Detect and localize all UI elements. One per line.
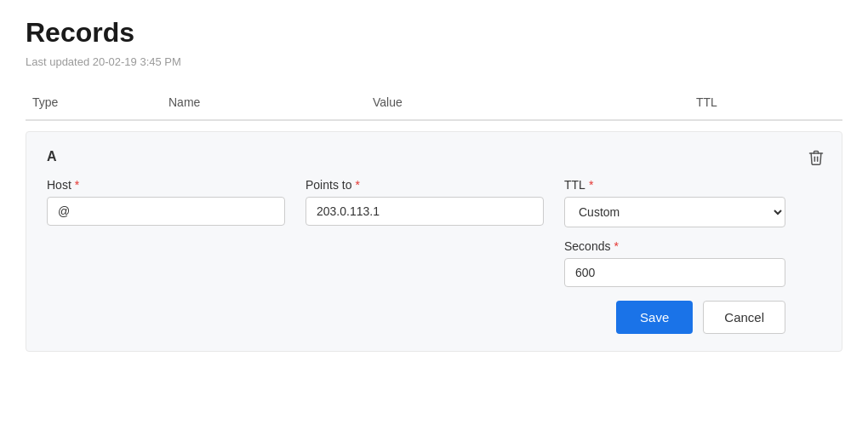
cancel-button[interactable]: Cancel — [703, 301, 785, 334]
action-row: Save Cancel — [564, 301, 785, 334]
delete-button[interactable] — [804, 146, 828, 170]
seconds-label: Seconds * — [564, 239, 785, 253]
points-to-label: Points to * — [306, 178, 544, 192]
form-row: Host * Points to * TTL * Automatic Custo… — [47, 178, 821, 334]
seconds-group: Seconds * — [564, 239, 785, 287]
host-label: Host * — [47, 178, 285, 192]
last-updated-text: Last updated 20-02-19 3:45 PM — [26, 55, 842, 68]
save-button[interactable]: Save — [616, 301, 693, 334]
host-input[interactable] — [47, 197, 285, 226]
table-header: Type Name Value TTL — [26, 85, 842, 121]
ttl-select[interactable]: Automatic Custom 1 minute 5 minutes 10 m… — [564, 197, 785, 227]
points-to-input[interactable] — [306, 197, 544, 226]
record-card: A Host * Points to * TTL * Auto — [26, 131, 842, 352]
col-value: Value — [366, 92, 689, 112]
col-ttl: TTL — [689, 92, 825, 112]
ttl-label: TTL * — [564, 178, 785, 192]
ttl-required: * — [589, 178, 593, 192]
seconds-input[interactable] — [564, 258, 785, 287]
host-required: * — [75, 178, 79, 192]
points-to-group: Points to * — [306, 178, 544, 226]
points-to-required: * — [355, 178, 359, 192]
host-group: Host * — [47, 178, 285, 226]
record-type: A — [47, 149, 821, 164]
ttl-group: TTL * Automatic Custom 1 minute 5 minute… — [564, 178, 785, 227]
right-section: TTL * Automatic Custom 1 minute 5 minute… — [564, 178, 785, 334]
seconds-required: * — [614, 239, 618, 253]
page-title: Records — [26, 17, 842, 49]
col-type: Type — [26, 92, 162, 112]
col-name: Name — [162, 92, 366, 112]
